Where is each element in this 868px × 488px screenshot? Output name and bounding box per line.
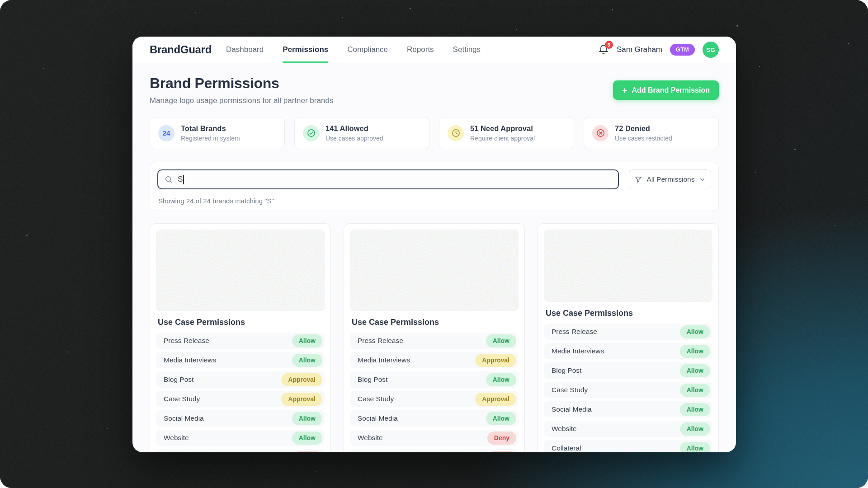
page-content: Brand Permissions Manage logo usage perm…: [132, 63, 736, 452]
permission-status-badge[interactable]: Approval: [475, 354, 516, 367]
permission-row: Press Release Allow: [350, 333, 519, 349]
use-case-permissions-heading: Use Case Permissions: [352, 318, 517, 327]
x-circle-icon: [592, 125, 609, 141]
permission-status-badge[interactable]: Deny: [487, 432, 516, 445]
permission-row: Deny: [350, 449, 519, 452]
brand-cards-grid: Use Case Permissions Press Release Allow…: [150, 223, 719, 452]
permission-status-badge[interactable]: Allow: [680, 442, 710, 453]
star-dot: [835, 225, 835, 226]
permission-label: Website: [358, 434, 383, 442]
permission-row: Collateral Allow: [544, 440, 712, 452]
search-row: S All Permissions: [157, 169, 711, 189]
permission-row: Deny: [156, 449, 325, 452]
permission-status-badge[interactable]: Allow: [486, 412, 516, 425]
star-dot: [316, 471, 316, 472]
permission-row: Social Media Allow: [350, 410, 519, 427]
permission-status-badge[interactable]: Allow: [292, 432, 322, 445]
permission-status-badge[interactable]: Allow: [680, 325, 710, 338]
permission-label: Blog Post: [164, 375, 193, 384]
filter-funnel-icon: [635, 176, 642, 183]
permission-label: Blog Post: [358, 375, 387, 384]
permission-status-badge[interactable]: Allow: [292, 354, 322, 367]
permission-status-badge[interactable]: Deny: [487, 451, 516, 453]
permission-status-badge[interactable]: Allow: [680, 422, 710, 436]
add-brand-permission-label: Add Brand Permission: [632, 86, 710, 94]
stat-card-allowed: 141 Allowed Use cases approved: [294, 117, 429, 149]
permission-row: Press Release Allow: [156, 333, 325, 349]
permission-label: Case Study: [164, 395, 200, 403]
stat-text-block: 72 Denied Use cases restricted: [615, 124, 672, 142]
brand-logo-image: [544, 230, 712, 302]
permission-status-badge[interactable]: Allow: [680, 403, 710, 416]
nav-tab-reports[interactable]: Reports: [407, 37, 434, 63]
star-dot: [67, 352, 68, 352]
star-dot: [26, 235, 28, 236]
nav-tab-compliance[interactable]: Compliance: [347, 37, 388, 63]
permission-status-badge[interactable]: Approval: [475, 393, 516, 406]
star-dot: [848, 43, 849, 44]
notifications-button[interactable]: 3: [598, 44, 609, 55]
nav-tab-settings[interactable]: Settings: [453, 37, 481, 63]
permission-label: Social Media: [358, 414, 398, 422]
plus-icon: +: [622, 86, 627, 94]
permission-status-badge[interactable]: Approval: [281, 393, 322, 406]
permission-row: Media Interviews Approval: [350, 352, 519, 368]
stat-text-block: 141 Allowed Use cases approved: [326, 124, 383, 142]
stat-subtitle: Use cases approved: [326, 135, 383, 142]
brand-card: Use Case Permissions Press Release Allow…: [150, 223, 331, 452]
permission-status-badge[interactable]: Allow: [486, 373, 516, 386]
permission-status-badge[interactable]: Allow: [486, 334, 516, 347]
star-dot: [410, 8, 411, 9]
check-circle-icon: [303, 125, 319, 141]
app-window: BrandGuard Dashboard Permissions Complia…: [132, 37, 736, 452]
permission-row: Blog Post Approval: [156, 371, 325, 388]
stat-card-denied: 72 Denied Use cases restricted: [584, 117, 719, 149]
brand-card: Use Case Permissions Press Release Allow…: [538, 223, 719, 452]
star-dot: [612, 9, 613, 10]
permission-row: Case Study Allow: [544, 382, 712, 398]
permission-row: Press Release Allow: [544, 324, 712, 340]
permission-status-badge[interactable]: Allow: [680, 364, 710, 377]
permission-row: Media Interviews Allow: [544, 343, 712, 359]
avatar[interactable]: SG: [703, 42, 719, 58]
star-dot: [107, 428, 108, 429]
use-case-permissions-heading: Use Case Permissions: [546, 309, 711, 318]
permissions-list: Press Release Allow Media Interviews All…: [156, 333, 325, 452]
stat-text-block: 51 Need Approval Require client approval: [470, 124, 535, 142]
nav-tab-permissions[interactable]: Permissions: [283, 37, 328, 63]
search-results-summary: Showing 24 of 24 brands matching "S": [158, 197, 711, 205]
permission-status-badge[interactable]: Deny: [293, 451, 322, 453]
stat-card-total-brands: 24 Total Brands Registered in system: [150, 117, 285, 149]
permission-status-badge[interactable]: Approval: [281, 373, 322, 386]
brand-logo-image: [156, 230, 325, 311]
permission-status-badge[interactable]: Allow: [292, 334, 322, 347]
page-subtitle: Manage logo usage permissions for all pa…: [150, 96, 333, 105]
notification-count-badge: 3: [605, 41, 613, 49]
page-title: Brand Permissions: [150, 75, 333, 92]
permission-row: Media Interviews Allow: [156, 352, 325, 368]
search-icon: [165, 175, 173, 183]
brand-logo-image: [350, 230, 519, 311]
permission-status-badge[interactable]: Allow: [680, 384, 710, 397]
search-input[interactable]: S: [157, 169, 619, 189]
app-logo: BrandGuard: [150, 43, 212, 56]
permissions-list: Press Release Allow Media Interviews App…: [350, 333, 519, 452]
stat-title: 141 Allowed: [326, 124, 383, 133]
add-brand-permission-button[interactable]: + Add Brand Permission: [613, 80, 719, 100]
star-dot: [43, 68, 44, 69]
permission-label: Media Interviews: [164, 356, 216, 364]
header-right-cluster: 3 Sam Graham GTM SG: [598, 42, 719, 58]
permission-label: Case Study: [358, 395, 394, 403]
nav-tab-dashboard[interactable]: Dashboard: [226, 37, 264, 63]
permission-row: Social Media Allow: [544, 401, 712, 418]
permissions-filter-dropdown[interactable]: All Permissions: [629, 169, 711, 189]
permission-label: Media Interviews: [552, 347, 604, 355]
app-header: BrandGuard Dashboard Permissions Complia…: [132, 37, 736, 63]
stat-subtitle: Require client approval: [470, 135, 535, 142]
permission-status-badge[interactable]: Allow: [680, 345, 710, 358]
permission-status-badge[interactable]: Allow: [292, 412, 322, 425]
star-dot: [195, 12, 196, 13]
stat-card-need-approval: 51 Need Approval Require client approval: [439, 117, 574, 149]
permission-row: Website Deny: [350, 430, 519, 446]
use-case-permissions-heading: Use Case Permissions: [158, 318, 323, 327]
